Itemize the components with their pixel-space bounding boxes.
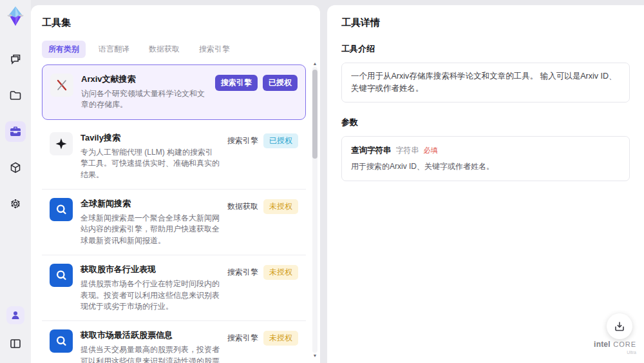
tab-2[interactable]: 数据获取 — [142, 41, 186, 58]
tab-3[interactable]: 搜索引擎 — [193, 41, 236, 58]
intro-text: 一个用于从Arxiv存储库搜索科学论文和文章的工具。 输入可以是Arxiv ID… — [341, 63, 630, 103]
tool-name: 全球新闻搜索 — [80, 198, 220, 210]
tavily-icon — [50, 132, 73, 155]
tool-name: Tavily搜索 — [80, 132, 220, 144]
auth-status-badge: 未授权 — [263, 265, 298, 280]
tool-category-label: 数据获取 — [227, 201, 258, 212]
panel-toggle-icon[interactable] — [5, 333, 26, 354]
param-name: 查询字符串 — [351, 145, 392, 156]
user-icon[interactable] — [6, 306, 24, 324]
tool-name: 获取股市各行业表现 — [80, 264, 220, 275]
params-heading: 参数 — [341, 117, 630, 128]
tool-category-label: 搜索引擎 — [227, 267, 258, 278]
auth-status-badge: 未授权 — [263, 331, 298, 346]
tool-category-label: 搜索引擎 — [227, 135, 258, 146]
page-title: 工具集 — [42, 17, 320, 29]
auth-status-badge: 已授权 — [263, 75, 298, 91]
download-button[interactable] — [607, 313, 632, 339]
tool-category-label: 搜索引擎 — [215, 75, 258, 91]
brand-intel: intel — [594, 340, 611, 349]
chat-icon[interactable] — [5, 49, 26, 70]
intel-core-logo: intel CORE Ultra — [594, 338, 636, 355]
auth-status-badge: 未授权 — [263, 199, 298, 214]
brand-ultra: Ultra — [594, 350, 636, 355]
list-scrollbar[interactable]: ▲ ▼ — [312, 61, 318, 359]
app-sidebar — [0, 0, 31, 363]
search-blue-icon — [50, 198, 73, 221]
scroll-down-icon[interactable]: ▼ — [313, 353, 317, 359]
detail-title: 工具详情 — [341, 17, 630, 29]
tool-desc: 访问各个研究领域大量科学论文和文章的存储库。 — [81, 88, 207, 111]
folder-icon[interactable] — [5, 85, 26, 106]
scroll-up-icon[interactable]: ▲ — [313, 61, 317, 67]
tool-desc: 提供股票市场各个行业在特定时间段内的表现。投资者可以利用这些信息来识别表现优于或… — [80, 279, 220, 312]
tool-desc: 提供当天交易量最高的股票列表，投资者可以利用这些信息来识别流动性强的股票和潜在的… — [80, 344, 220, 363]
arxiv-icon — [50, 74, 73, 97]
tool-list: Arxiv文献搜索 访问各个研究领域大量科学论文和文章的存储库。 搜索引擎 已授… — [42, 64, 320, 363]
param-type: 字符串 — [396, 145, 419, 156]
tool-row[interactable]: Arxiv文献搜索 访问各个研究领域大量科学论文和文章的存储库。 搜索引擎 已授… — [42, 64, 306, 120]
tool-desc: 专为人工智能代理 (LLM) 构建的搜索引擎工具。可快速提供实时、准确和真实的结… — [80, 147, 220, 181]
auth-status-badge: 已授权 — [263, 133, 298, 148]
toolbox-icon[interactable] — [5, 121, 26, 142]
gear-icon[interactable] — [5, 193, 26, 214]
search-blue-icon — [50, 264, 73, 287]
tab-0[interactable]: 所有类别 — [42, 41, 86, 58]
tool-row[interactable]: Tavily搜索 专为人工智能代理 (LLM) 构建的搜索引擎工具。可快速提供实… — [42, 124, 306, 190]
scrollbar-track[interactable] — [312, 67, 317, 353]
scrollbar-thumb[interactable] — [312, 70, 317, 159]
param-required-badge: 必填 — [424, 146, 438, 155]
tool-desc: 全球新闻搜索是一个聚合全球各大新闻网站内容的搜索引擎，帮助用户快速获取全球最新资… — [80, 213, 220, 246]
download-icon — [614, 320, 625, 332]
tool-row[interactable]: 获取市场最活跃股票信息 提供当天交易量最高的股票列表，投资者可以利用这些信息来识… — [42, 321, 306, 363]
param-item: 查询字符串 字符串 必填 用于搜索的Arxiv ID、关键字或作者姓名。 — [341, 136, 630, 181]
tool-row[interactable]: 全球新闻搜索 全球新闻搜索是一个聚合全球各大新闻网站内容的搜索引擎，帮助用户快速… — [42, 190, 306, 255]
tools-panel: 工具集 所有类别语言翻译数据获取搜索引擎 Arxiv文献搜索 访问各个研究领域大… — [31, 5, 320, 363]
tab-1[interactable]: 语言翻译 — [92, 41, 136, 58]
search-blue-icon — [50, 329, 73, 353]
tool-name: Arxiv文献搜索 — [81, 74, 207, 85]
tool-row[interactable]: 获取股市各行业表现 提供股票市场各个行业在特定时间段内的表现。投资者可以利用这些… — [42, 255, 306, 321]
param-desc: 用于搜索的Arxiv ID、关键字或作者姓名。 — [351, 161, 620, 172]
tool-name: 获取市场最活跃股票信息 — [80, 329, 220, 341]
cube-icon[interactable] — [5, 157, 26, 178]
tool-detail-panel: 工具详情 工具介绍 一个用于从Arxiv存储库搜索科学论文和文章的工具。 输入可… — [327, 5, 644, 363]
category-tabs: 所有类别语言翻译数据获取搜索引擎 — [42, 41, 320, 58]
brand-core: CORE — [613, 340, 636, 348]
tool-category-label: 搜索引擎 — [227, 333, 258, 344]
logo-gem-icon[interactable] — [5, 5, 26, 27]
intro-heading: 工具介绍 — [341, 43, 630, 55]
